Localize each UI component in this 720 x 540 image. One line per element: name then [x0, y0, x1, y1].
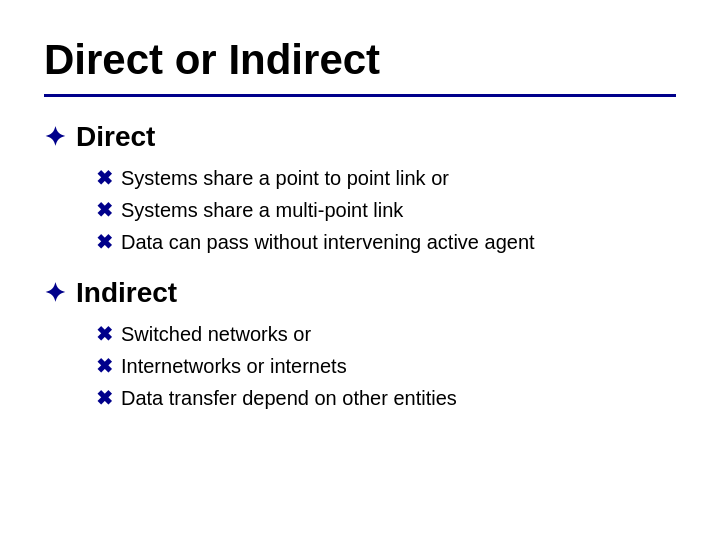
section-direct: ✦ Direct ✖ Systems share a point to poin… — [44, 121, 676, 257]
bullet-y-4: ✖ — [96, 319, 113, 349]
section-direct-header: ✦ Direct — [44, 121, 676, 153]
title-rule — [44, 94, 676, 97]
sub-item-text: Data transfer depend on other entities — [121, 383, 457, 413]
section-indirect-title: Indirect — [76, 277, 177, 309]
bullet-y-6: ✖ — [96, 383, 113, 413]
sub-item-text: Systems share a point to point link or — [121, 163, 449, 193]
section-indirect: ✦ Indirect ✖ Switched networks or ✖ Inte… — [44, 277, 676, 413]
list-item: ✖ Data can pass without intervening acti… — [96, 227, 676, 257]
sub-item-text: Switched networks or — [121, 319, 311, 349]
list-item: ✖ Systems share a multi-point link — [96, 195, 676, 225]
bullet-z-indirect: ✦ — [44, 278, 66, 309]
content-area: ✦ Direct ✖ Systems share a point to poin… — [44, 121, 676, 413]
slide-title: Direct or Indirect — [44, 36, 676, 84]
sub-item-text: Internetworks or internets — [121, 351, 347, 381]
bullet-y-1: ✖ — [96, 163, 113, 193]
slide: Direct or Indirect ✦ Direct ✖ Systems sh… — [0, 0, 720, 540]
section-direct-items: ✖ Systems share a point to point link or… — [44, 163, 676, 257]
bullet-y-2: ✖ — [96, 195, 113, 225]
list-item: ✖ Switched networks or — [96, 319, 676, 349]
list-item: ✖ Data transfer depend on other entities — [96, 383, 676, 413]
sub-item-text: Systems share a multi-point link — [121, 195, 403, 225]
bullet-y-3: ✖ — [96, 227, 113, 257]
section-indirect-header: ✦ Indirect — [44, 277, 676, 309]
list-item: ✖ Internetworks or internets — [96, 351, 676, 381]
section-indirect-items: ✖ Switched networks or ✖ Internetworks o… — [44, 319, 676, 413]
list-item: ✖ Systems share a point to point link or — [96, 163, 676, 193]
bullet-z-direct: ✦ — [44, 122, 66, 153]
sub-item-text: Data can pass without intervening active… — [121, 227, 535, 257]
section-direct-title: Direct — [76, 121, 155, 153]
bullet-y-5: ✖ — [96, 351, 113, 381]
